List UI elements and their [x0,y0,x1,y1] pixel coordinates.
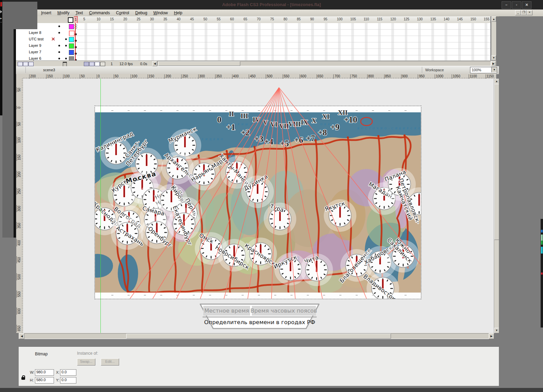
window-maximize-icon[interactable]: ▫ [512,1,521,9]
frame-number[interactable]: 15 [110,17,114,21]
frame-number[interactable]: 120 [390,17,396,21]
layer-row-utc-test[interactable]: UTC test✕ [16,36,74,43]
layer-lock-dot-icon[interactable] [65,45,67,46]
y-field[interactable]: 0.0 [60,377,76,384]
menu-debug[interactable]: Debug [132,10,150,16]
document-close-icon[interactable]: × [527,10,532,15]
left-edge-pen-icon[interactable] [0,10,2,13]
stage-vscroll-thumb[interactable] [494,84,499,240]
window-close-icon[interactable]: ✕ [522,1,531,9]
timezone-offset-label[interactable]: +2 [241,128,250,137]
layer-outline-color-swatch[interactable] [69,37,74,42]
frame-number[interactable]: 40 [177,17,181,21]
frame-number[interactable]: 130 [417,17,423,21]
timeline-scroll-down-icon[interactable]: ▼ [491,55,496,60]
timezone-map-bitmap[interactable]: С Е В Е Р Н Ы ЙЛ Е Д О В И Т Ы ЙО К Е А … [95,106,421,299]
docked-pale-green-icon[interactable] [541,235,543,241]
timeline-scroll-up-icon[interactable]: ▲ [491,17,496,22]
left-edge-red-icon[interactable] [0,2,2,6]
menu-modify[interactable]: Modify [54,10,72,16]
frame-number[interactable]: 55 [217,17,221,21]
frame-number[interactable]: 30 [150,17,154,21]
insert-layer-icon[interactable] [18,62,23,66]
guide-line-green[interactable] [100,79,101,333]
edit-button[interactable]: Edit... [101,358,119,366]
timeline-scrollbar-vertical[interactable]: ▲ ▼ [491,16,496,66]
frame-number[interactable]: 60 [230,17,234,21]
frame-number[interactable]: 105 [350,17,356,21]
outline-color-column-icon[interactable] [68,17,73,23]
layer-visibility-dot-icon[interactable] [58,25,60,27]
layer-lock-dot-icon[interactable] [65,58,67,59]
layer-row-layer-8[interactable]: Layer 8 [16,30,74,36]
stage-hscroll-thumb[interactable] [126,334,391,339]
x-field[interactable]: 0.0 [60,369,76,376]
frame-number[interactable]: 115 [377,17,382,21]
layer-lock-dot-icon[interactable] [65,38,67,40]
swap-button[interactable]: Swap... [77,358,95,366]
timezone-offset-label[interactable]: +1 [226,123,236,132]
playhead-frame-marker[interactable]: 1 [74,16,78,23]
timeline-hscroll-left-icon[interactable]: ◀ [152,61,157,66]
layer-row-layer-9[interactable]: Layer 9 [16,42,74,49]
frame-number[interactable]: 45 [190,17,194,21]
layer-outline-color-swatch[interactable] [69,24,74,29]
stage-scroll-up-icon[interactable]: ▲ [494,79,499,84]
insert-folder-icon[interactable] [29,62,34,66]
frame-number[interactable]: 70 [257,17,261,21]
frame-number[interactable]: 35 [163,17,167,21]
edit-multiple-frames-icon[interactable]: · [100,62,105,66]
title-bar[interactable]: Adobe Flash CS3 Professional - [timezone… [0,0,543,10]
playhead-line[interactable] [75,23,76,60]
width-field[interactable]: 980.0 [35,369,54,376]
timezone-offset-label[interactable]: +9 [331,123,340,132]
timezone-offset-label[interactable]: +7 [306,134,315,143]
zoom-dropdown-arrow-icon[interactable]: ▼ [491,67,497,72]
onion-skin-icon[interactable] [89,62,94,66]
lock-aspect-icon[interactable] [21,377,25,380]
frames-grid[interactable] [74,23,490,60]
layer-visibility-dot-icon[interactable] [58,32,60,34]
timezone-roman-numeral[interactable]: X [312,117,316,124]
frame-rate-indicator[interactable]: 12.0 fps [119,62,133,66]
local-time-label[interactable]: Местное время [204,307,249,314]
menu-control[interactable]: Control [113,10,132,16]
timezone-offset-label[interactable]: +5 [280,139,289,148]
timezone-roman-numeral[interactable]: XI [322,113,329,120]
stage-vscrollbar[interactable]: ▲ ▼ [494,79,499,333]
center-frame-icon[interactable] [84,62,89,66]
zone-time-label[interactable]: Время часовых поясов [250,307,317,314]
left-edge-minus-icon[interactable]: – [0,20,2,23]
frame-number[interactable]: 20 [123,17,127,21]
layer-row-layer-6[interactable]: Layer 6 [16,55,74,60]
docked-green-icon[interactable] [541,241,543,245]
docked-blue-icon[interactable] [541,230,543,232]
timeline-hscroll-thumb[interactable] [158,61,240,66]
add-guide-layer-icon[interactable] [23,62,28,66]
timezone-offset-label[interactable]: 0 [217,115,222,124]
stage-viewport[interactable]: С Е В Е Р Н Ы ЙЛ Е Д О В И Т Ы ЙО К Е А … [23,79,494,333]
layer-row-layer-7[interactable]: Layer 7 [16,49,74,56]
stage-scroll-left-icon[interactable]: ◀ [19,333,24,339]
document-restore-icon[interactable]: ❐ [521,10,527,15]
left-edge-play-icon[interactable]: ▶ [0,17,2,19]
scene-tab[interactable]: scene3 [43,68,55,72]
frame-number[interactable]: 100 [337,17,343,21]
stage-hscrollbar[interactable]: ◀ ▶ [19,333,494,339]
docked-red-icon[interactable] [541,273,543,275]
frame-number[interactable]: 125 [404,17,409,21]
frame-number[interactable]: 85 [297,17,301,21]
timeline-frame-ruler[interactable]: 1510152025303540455055606570758085909510… [74,16,490,23]
timeline-hscroll-right-icon[interactable]: ▶ [491,61,496,66]
timezone-offset-label[interactable]: +8 [318,128,327,137]
stage-scroll-right-icon[interactable]: ▶ [489,333,494,339]
frame-number[interactable]: 10 [97,17,100,21]
timezone-roman-numeral[interactable]: III [241,112,248,119]
menu-window[interactable]: Window [150,10,171,16]
layer-hidden-x-icon[interactable]: ✕ [51,36,55,42]
timezone-roman-numeral[interactable]: II [229,110,234,117]
time-mode-panel[interactable]: Местное время Время часовых поясов Опред… [199,303,321,330]
timezone-roman-numeral[interactable]: VIII [288,120,301,128]
onion-skin-outlines-icon[interactable] [95,62,100,66]
layer-outline-color-swatch[interactable] [69,31,75,36]
